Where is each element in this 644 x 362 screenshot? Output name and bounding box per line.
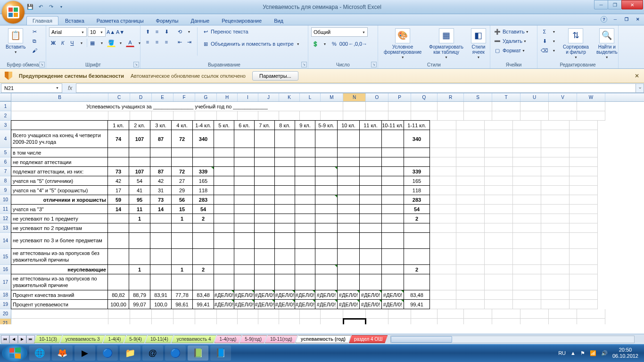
row-header[interactable]: 15 <box>0 249 11 265</box>
sheet-tab[interactable]: 10-11(год) <box>265 335 297 343</box>
cell[interactable]: 95 <box>129 195 150 205</box>
cell[interactable] <box>279 111 300 121</box>
cell[interactable] <box>359 176 382 186</box>
cell[interactable] <box>513 157 541 167</box>
cell[interactable] <box>513 223 541 233</box>
cell[interactable] <box>214 166 234 176</box>
warning-options-button[interactable]: Параметры... <box>252 71 298 81</box>
cell[interactable] <box>570 214 598 223</box>
cell[interactable]: 340 <box>404 130 430 148</box>
cell[interactable] <box>315 195 338 205</box>
sheet-tab[interactable]: успеваемость 3 <box>60 335 105 343</box>
cell[interactable] <box>366 111 388 121</box>
cell[interactable] <box>171 232 193 249</box>
cell[interactable]: 2 <box>192 214 214 223</box>
cell[interactable] <box>485 148 513 157</box>
cell[interactable] <box>234 166 255 176</box>
fill-color-icon[interactable]: 🪣 <box>107 39 116 47</box>
cell[interactable] <box>492 111 520 121</box>
cell[interactable] <box>337 232 360 249</box>
cell[interactable] <box>541 249 570 265</box>
cell[interactable] <box>570 290 598 300</box>
cell[interactable] <box>456 290 485 300</box>
row-header[interactable]: 11 <box>0 205 11 214</box>
cell[interactable] <box>129 148 150 157</box>
cell[interactable] <box>274 214 295 223</box>
cell[interactable] <box>214 157 234 167</box>
taskbar-chrome-icon[interactable]: 🔵 <box>97 346 118 361</box>
cell[interactable] <box>381 157 404 167</box>
cell[interactable] <box>192 148 214 157</box>
sort-filter-button[interactable]: ⇅Сортировка и фильтр▼ <box>560 27 592 60</box>
cell[interactable] <box>343 102 366 111</box>
align-center-icon[interactable]: ≡ <box>153 38 161 46</box>
cell[interactable] <box>129 248 150 265</box>
sheet-tab[interactable]: 5-9(год) <box>239 335 267 343</box>
cell[interactable]: #ДЕЛ/0! <box>274 299 295 309</box>
align-top-icon[interactable]: ⬆ <box>143 27 152 36</box>
cell[interactable] <box>513 195 541 205</box>
cell[interactable] <box>359 274 382 290</box>
cell[interactable]: 80,82 <box>107 290 129 300</box>
cell[interactable] <box>541 121 570 130</box>
start-button[interactable] <box>2 345 27 362</box>
cell[interactable] <box>214 248 234 265</box>
clear-icon[interactable]: ⌫ <box>540 46 549 55</box>
number-launcher-icon[interactable]: ↘ <box>371 62 377 67</box>
cell[interactable]: 5 кл. <box>214 120 234 130</box>
cell[interactable] <box>192 157 214 167</box>
cell[interactable]: 339 <box>192 166 214 176</box>
col-header-S[interactable]: S <box>464 93 492 101</box>
col-header-C[interactable]: C <box>108 93 130 101</box>
cell[interactable]: 31 <box>150 185 172 195</box>
cell[interactable] <box>337 195 360 205</box>
cell[interactable] <box>171 223 193 233</box>
cell[interactable] <box>513 205 541 214</box>
conditional-format-button[interactable]: 🎨Условное форматирование▼ <box>381 27 424 60</box>
taskbar-word-icon[interactable]: 📘 <box>210 346 231 361</box>
cell[interactable]: 9 кл. <box>295 120 315 130</box>
cell[interactable] <box>11 309 108 319</box>
cell[interactable] <box>430 249 456 265</box>
cell[interactable]: #ДЕЛ/0! <box>295 299 315 309</box>
redo-icon[interactable]: ↷ <box>47 3 55 11</box>
row-header[interactable]: 16 <box>0 265 11 274</box>
cell[interactable] <box>258 319 279 324</box>
cell[interactable]: 15 <box>171 204 193 214</box>
cell[interactable]: учатся на "4" и "5" (хорошисты) <box>11 185 108 195</box>
cell[interactable]: не аттестованы из-за пропусков без уважи… <box>11 248 108 265</box>
close-button[interactable]: ✕ <box>621 0 643 9</box>
cell[interactable] <box>300 319 321 324</box>
cell[interactable] <box>513 167 541 176</box>
cell[interactable]: неуспевающие <box>11 264 108 274</box>
cell[interactable] <box>254 176 275 186</box>
cell[interactable] <box>520 102 549 111</box>
cell[interactable]: 100,00 <box>107 299 129 309</box>
cell[interactable] <box>359 232 382 249</box>
cell[interactable] <box>570 249 598 265</box>
increase-font-icon[interactable]: A▲ <box>107 28 115 36</box>
cell[interactable]: 4 кл. <box>171 120 193 130</box>
formula-bar[interactable] <box>76 83 636 93</box>
cell[interactable] <box>274 248 295 265</box>
cell[interactable] <box>337 166 360 176</box>
font-launcher-icon[interactable]: ↘ <box>133 62 139 67</box>
row-header[interactable]: 13 <box>0 223 11 233</box>
cell[interactable] <box>520 111 549 121</box>
cell[interactable] <box>549 309 577 319</box>
row-header[interactable]: 18 <box>0 290 11 300</box>
cell[interactable]: 283 <box>192 195 214 205</box>
cell[interactable] <box>129 157 150 167</box>
cell[interactable]: #ДЕЛ/0! <box>359 290 382 300</box>
cell[interactable]: 99,07 <box>129 299 150 309</box>
decrease-indent-icon[interactable]: ⇤ <box>175 38 184 46</box>
cell[interactable] <box>430 186 456 195</box>
insert-cells-button[interactable]: ➕Вставить▼ <box>493 27 529 36</box>
cell[interactable] <box>107 274 129 290</box>
cell[interactable] <box>388 102 411 111</box>
font-size-select[interactable]: 10▼ <box>88 27 106 37</box>
cell[interactable] <box>541 223 570 233</box>
cell[interactable] <box>214 148 234 157</box>
cell[interactable]: 17 <box>107 185 129 195</box>
cell[interactable]: 11 <box>129 204 150 214</box>
